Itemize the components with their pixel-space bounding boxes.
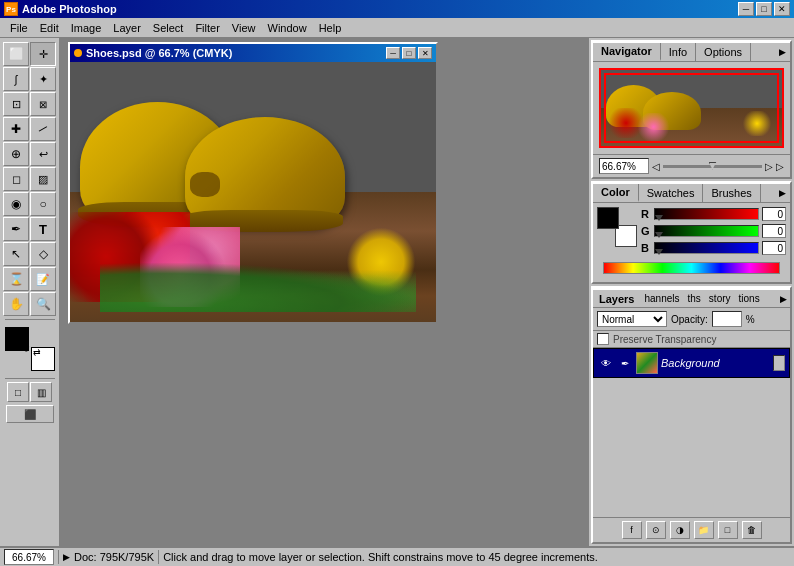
tab-info[interactable]: Info	[661, 43, 696, 61]
tool-crop[interactable]: ⊡	[3, 92, 29, 116]
doc-maximize-button[interactable]: □	[402, 47, 416, 59]
tool-lasso[interactable]: ∫	[3, 67, 29, 91]
tool-eraser[interactable]: ◻	[3, 167, 29, 191]
tab-history[interactable]: story	[705, 291, 735, 306]
tab-brushes[interactable]: Brushes	[703, 184, 760, 202]
delete-layer-button[interactable]: 🗑	[742, 521, 762, 539]
tool-hand[interactable]: ✋	[3, 292, 29, 316]
doc-minimize-button[interactable]: ─	[386, 47, 400, 59]
tab-options[interactable]: Options	[696, 43, 751, 61]
zoom-out-icon[interactable]: ◁	[652, 161, 660, 172]
channel-g-value[interactable]: 0	[762, 224, 786, 238]
navigator-panel-menu-icon[interactable]: ▶	[779, 47, 786, 57]
opacity-label: Opacity:	[671, 314, 708, 325]
navigator-panel: Navigator Info Options ▶	[591, 40, 792, 179]
tool-history-brush[interactable]: ↩	[30, 142, 56, 166]
menu-layer[interactable]: Layer	[107, 20, 147, 36]
zoom-slider[interactable]	[663, 165, 762, 168]
tool-path-select[interactable]: ↖	[3, 242, 29, 266]
fg-bg-swatch-area	[597, 207, 637, 247]
tool-gradient[interactable]: ▨	[30, 167, 56, 191]
zoom-max-icon[interactable]: ▷	[776, 161, 784, 172]
preserve-transparency-label: Preserve Transparency	[613, 334, 716, 345]
blend-mode-select[interactable]: Normal Multiply Screen	[597, 311, 667, 327]
add-mask-button[interactable]: ⊙	[646, 521, 666, 539]
doc-close-button[interactable]: ✕	[418, 47, 432, 59]
document-canvas[interactable]	[70, 62, 436, 322]
color-spectrum-bar[interactable]	[603, 262, 780, 274]
tab-swatches[interactable]: Swatches	[639, 184, 704, 202]
channel-r-slider[interactable]	[654, 208, 759, 220]
screen-mode-button[interactable]: ⬛	[6, 405, 54, 423]
tab-navigator[interactable]: Navigator	[593, 43, 661, 61]
tab-paths[interactable]: ths	[684, 291, 705, 306]
channel-r-value[interactable]: 0	[762, 207, 786, 221]
tool-eyedropper[interactable]: ⌛	[3, 267, 29, 291]
menu-view[interactable]: View	[226, 20, 262, 36]
menu-help[interactable]: Help	[313, 20, 348, 36]
tool-blur[interactable]: ◉	[3, 192, 29, 216]
channel-b-value[interactable]: 0	[762, 241, 786, 255]
zoom-in-icon[interactable]: ▷	[765, 161, 773, 172]
channel-r-label: R	[641, 208, 651, 220]
menu-file[interactable]: File	[4, 20, 34, 36]
reset-colors-icon[interactable]: ↺	[23, 345, 30, 354]
tab-actions[interactable]: tions	[735, 291, 764, 306]
tool-move[interactable]: ✛	[30, 42, 56, 66]
tool-brush[interactable]: /	[30, 117, 56, 141]
zoom-value-input[interactable]: 66.67%	[599, 158, 649, 174]
channel-g-slider[interactable]	[654, 225, 759, 237]
tool-row-6: ◻ ▨	[3, 167, 56, 191]
tool-row-11: ✋ 🔍	[3, 292, 56, 316]
tool-row-3: ⊡ ⊠	[3, 92, 56, 116]
channel-b-label: B	[641, 242, 651, 254]
maximize-button[interactable]: □	[756, 2, 772, 16]
zoom-slider-thumb[interactable]	[709, 162, 717, 170]
tool-dodge[interactable]: ○	[30, 192, 56, 216]
tool-row-8: ✒ T	[3, 217, 56, 241]
layer-eye-icon[interactable]: 👁	[598, 355, 614, 371]
channel-b-slider[interactable]	[654, 242, 759, 254]
menu-select[interactable]: Select	[147, 20, 190, 36]
navigator-zoom-controls: 66.67% ◁ ▷ ▷	[593, 154, 790, 177]
document-title-buttons[interactable]: ─ □ ✕	[386, 47, 432, 59]
swap-colors-icon[interactable]: ⇄	[33, 347, 41, 357]
add-layer-style-button[interactable]: f	[622, 521, 642, 539]
tool-clone-stamp[interactable]: ⊕	[3, 142, 29, 166]
left-toolbar: ⬜ ✛ ∫ ✦ ⊡ ⊠ ✚ /	[0, 38, 60, 546]
standard-mode-button[interactable]: □	[7, 382, 29, 402]
status-zoom-display[interactable]: 66.67%	[4, 549, 54, 565]
channel-r-row: R 0	[641, 207, 786, 221]
opacity-input[interactable]	[712, 311, 742, 327]
menu-filter[interactable]: Filter	[189, 20, 225, 36]
titlebar-buttons[interactable]: ─ □ ✕	[738, 2, 790, 16]
foreground-color-box[interactable]	[597, 207, 619, 229]
tool-magic-wand[interactable]: ✦	[30, 67, 56, 91]
tool-marquee-rect[interactable]: ⬜	[3, 42, 29, 66]
color-swatches-area[interactable]: ⇄ ↺	[5, 327, 55, 371]
tool-zoom[interactable]: 🔍	[30, 292, 56, 316]
new-adjustment-layer-button[interactable]: ◑	[670, 521, 690, 539]
tool-shape[interactable]: ◇	[30, 242, 56, 266]
layer-background[interactable]: 👁 ✒ Background	[593, 348, 790, 378]
minimize-button[interactable]: ─	[738, 2, 754, 16]
tool-healing-brush[interactable]: ✚	[3, 117, 29, 141]
close-button[interactable]: ✕	[774, 2, 790, 16]
preserve-transparency-checkbox[interactable]	[597, 333, 609, 345]
new-group-button[interactable]: 📁	[694, 521, 714, 539]
new-layer-button[interactable]: □	[718, 521, 738, 539]
tool-type[interactable]: T	[30, 217, 56, 241]
layers-panel-menu-icon[interactable]: ▶	[780, 294, 787, 304]
status-arrow-icon[interactable]: ▶	[63, 552, 70, 562]
color-panel-menu-icon[interactable]: ▶	[779, 188, 786, 198]
quick-mask-button[interactable]: ▥	[30, 382, 52, 402]
tool-notes[interactable]: 📝	[30, 267, 56, 291]
menu-window[interactable]: Window	[262, 20, 313, 36]
tool-slice[interactable]: ⊠	[30, 92, 56, 116]
tab-color[interactable]: Color	[593, 184, 639, 202]
menu-edit[interactable]: Edit	[34, 20, 65, 36]
tab-layers[interactable]: Layers	[593, 291, 640, 307]
tab-channels[interactable]: hannels	[640, 291, 683, 306]
menu-image[interactable]: Image	[65, 20, 108, 36]
tool-pen[interactable]: ✒	[3, 217, 29, 241]
